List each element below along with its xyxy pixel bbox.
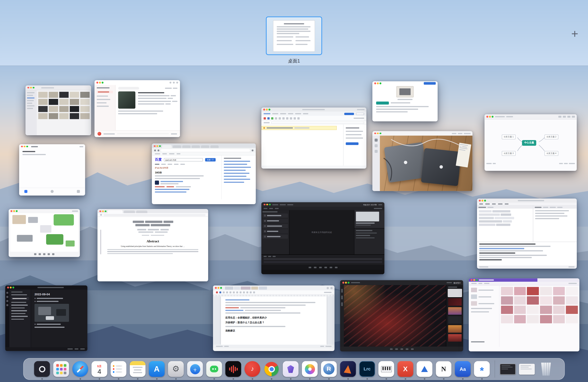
browser-tab[interactable] [210, 145, 218, 148]
filmstrip-thumb[interactable] [448, 298, 462, 306]
triangle-app-icon[interactable] [417, 361, 432, 377]
xmind-icon[interactable]: X [398, 361, 413, 377]
track-list[interactable] [138, 92, 177, 105]
notion-icon[interactable]: N [436, 361, 452, 377]
browser-tab[interactable] [191, 145, 200, 148]
task-pane[interactable] [343, 124, 366, 166]
teal-button[interactable] [376, 101, 389, 104]
branch-node-4[interactable]: 分支主题 4 [545, 151, 558, 156]
bottom-mode-bar[interactable] [261, 265, 384, 270]
matlab-icon[interactable] [340, 361, 356, 377]
app-store-icon[interactable]: A [149, 361, 165, 377]
media-pool-panel[interactable] [261, 210, 289, 254]
rstudio-window[interactable] [477, 199, 577, 269]
add-desktop-button[interactable]: + [571, 28, 578, 40]
branch-node-2[interactable]: 分支主题 2 [545, 134, 558, 139]
browser-tab[interactable] [201, 145, 209, 148]
address-bar[interactable] [104, 214, 206, 216]
module-label[interactable]: 修改照片 [453, 282, 461, 284]
editor-subtoolbar[interactable] [261, 207, 384, 210]
filmstrip-panel[interactable] [446, 285, 463, 347]
blue-app-shortcut-icon[interactable] [24, 190, 27, 193]
image-editor-window[interactable] [9, 209, 80, 257]
gray-shortcut-icon[interactable] [51, 190, 54, 193]
icon-rail[interactable] [5, 289, 9, 347]
note-editor[interactable]: 2022-09-04 [31, 289, 87, 347]
safari-icon[interactable] [72, 361, 88, 377]
lightroom-window[interactable]: 修改照片 [340, 280, 463, 351]
doc-toolbar[interactable] [213, 290, 335, 295]
reminders-icon[interactable] [111, 361, 126, 377]
piano-keys-icon[interactable] [378, 361, 394, 377]
active-tab[interactable] [107, 210, 122, 213]
photos-icon[interactable] [302, 361, 318, 377]
browser-tab[interactable] [182, 145, 190, 148]
browser-tab[interactable] [136, 210, 147, 213]
branch-node-1[interactable]: 分支主题 1 [502, 134, 516, 139]
netease-music-icon[interactable]: ♪ [245, 361, 260, 377]
asterisk-app-icon[interactable]: * [474, 361, 490, 377]
ribbon-toolbar[interactable] [261, 116, 366, 121]
environment-pane[interactable] [533, 206, 577, 242]
timeline-panel[interactable] [261, 254, 384, 265]
center-topic-node[interactable]: 中心主题 [522, 140, 536, 146]
search-button[interactable]: 百度一下 [207, 159, 214, 161]
lightroom-classic-icon[interactable]: Lrc [359, 361, 375, 377]
spreadsheet-window[interactable] [261, 108, 366, 169]
file-explorer[interactable] [9, 289, 31, 347]
result-link-title[interactable]: iPad Air3内存 [155, 166, 218, 170]
branch-node-3[interactable]: 分支主题 3 [502, 151, 516, 156]
related-searches-column[interactable] [221, 155, 256, 199]
play-button[interactable] [98, 132, 101, 136]
filmstrip-thumb[interactable] [448, 316, 462, 324]
filmstrip-thumb[interactable] [448, 325, 462, 333]
browser-tab[interactable] [173, 145, 181, 148]
wechat-icon[interactable] [206, 361, 222, 377]
bookmarks-bar[interactable] [152, 153, 256, 155]
chat-window[interactable] [19, 144, 85, 196]
calendar-icon[interactable]: 9月4 [92, 361, 107, 377]
markdown-notes-window[interactable]: 2022-09-04 [5, 286, 87, 351]
video-editor-window[interactable]: 特效演片 3分37秒 将媒体文件拖放到此处 [261, 202, 384, 274]
photo-grid-window[interactable] [469, 278, 579, 351]
menu-bar[interactable] [477, 203, 577, 206]
bottom-toolbar[interactable] [340, 346, 463, 351]
word-doc-window[interactable]: 应用生态：全家桶挺好，但软件真的少 升级维护：那是什么？怎么这么贵？ 选购建议 [213, 286, 335, 351]
mindmap-canvas[interactable]: 中心主题 分支主题 1 分支主题 2 分支主题 3 分支主题 4 [484, 119, 577, 166]
dictionary-icon[interactable]: Aa [455, 361, 471, 377]
system-settings-icon[interactable]: ⚙ [168, 361, 184, 377]
trash-icon[interactable] [538, 361, 554, 377]
properties-panel[interactable] [354, 229, 384, 254]
inspector-panel[interactable] [354, 210, 384, 228]
music-app-window[interactable] [95, 80, 180, 137]
search-query[interactable]: ipad air3 内存 [165, 159, 176, 161]
mindmap-window[interactable]: 中心主题 分支主题 1 分支主题 2 分支主题 3 分支主题 4 [484, 114, 577, 171]
editor-toolbar[interactable] [9, 252, 80, 256]
downloads-icon[interactable]: ↓ [187, 361, 203, 377]
filmstrip-thumb[interactable] [448, 307, 462, 315]
notes-icon[interactable] [130, 361, 146, 377]
desktop-1-thumbnail[interactable] [266, 17, 322, 55]
music-sidebar[interactable] [95, 85, 116, 131]
browser-tab[interactable] [124, 210, 135, 213]
minimized-window-thumbnail-2[interactable] [519, 361, 535, 377]
source-editor-pane[interactable] [477, 206, 533, 242]
filmstrip-thumb[interactable] [448, 334, 462, 342]
console-pane[interactable] [477, 242, 577, 266]
chrome-icon[interactable] [264, 361, 279, 377]
active-tab[interactable] [162, 145, 172, 148]
blue-action-chip[interactable] [424, 82, 436, 85]
rstudio-icon[interactable]: R [321, 361, 337, 377]
address-bar[interactable] [161, 149, 250, 152]
gray-shortcut-icon-2[interactable] [77, 190, 80, 193]
doc-page[interactable]: 应用生态：全家桶挺好，但软件真的少 升级维护：那是什么？怎么这么贵？ 选购建议 [221, 296, 327, 345]
album-art[interactable] [118, 92, 135, 109]
launchpad-icon[interactable] [53, 361, 69, 377]
filmstrip-thumb-selected[interactable] [448, 289, 462, 297]
document-card-window[interactable] [372, 81, 438, 121]
browser-baidu-window[interactable]: 百度 ipad air3 内存 百度一下 iPad Air3内存 16GB [152, 143, 256, 204]
viewer-sidebar[interactable] [372, 136, 380, 191]
gallery-sidebar[interactable] [469, 286, 500, 347]
sheet-area[interactable] [261, 124, 343, 166]
photo-viewer-window[interactable] [372, 131, 473, 191]
